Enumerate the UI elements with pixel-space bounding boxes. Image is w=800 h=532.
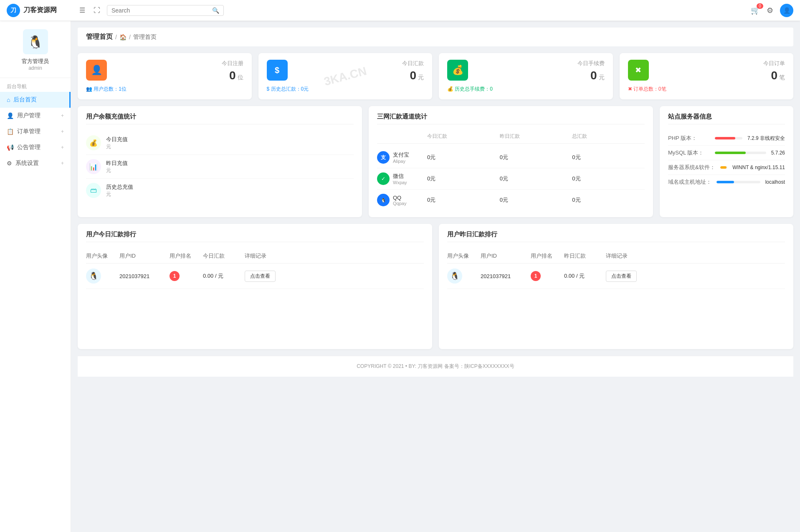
balance-total-icon: 🗃	[86, 183, 101, 198]
home-icon: ⌂	[7, 96, 10, 103]
search-icon[interactable]: 🔍	[212, 7, 219, 14]
sidebar-nav-title: 后台导航	[0, 78, 71, 92]
ranking-yesterday-card: 用户昨日汇款排行 用户头像 用户ID 用户排名 昨日汇款 详细记录 🐧 2021…	[439, 224, 793, 349]
orders-stat-icon: ✖	[628, 60, 649, 81]
server-domain-bar-wrap	[716, 181, 760, 183]
sidebar-item-home[interactable]: ⌂ 后台首页	[0, 92, 71, 108]
stat-card-orders: ✖ 今日订单 0 笔 ✖ 订单总数：0笔	[620, 53, 794, 99]
qq-yesterday: 0元	[500, 196, 572, 204]
balance-item-yesterday: 📊 昨日充值 元	[86, 155, 354, 179]
main-content: 管理首页 / 🏠 / 管理首页 👤 今日注册 0 位 👥 用户总数：1位	[71, 21, 800, 532]
orders-icon: 📋	[7, 128, 14, 135]
wechat-sub: Wxpay	[393, 180, 407, 185]
settings-icon: ⚙	[7, 160, 12, 167]
ranking-today-col-id: 用户ID	[119, 252, 170, 260]
qq-total: 0元	[572, 196, 645, 204]
balance-card: 用户余额充值统计 💰 今日充值 元 📊 昨日充值 元 🗃 历史总充值	[78, 106, 362, 217]
ranking-today-view-button[interactable]: 点击查看	[245, 271, 276, 282]
sidebar-item-orders[interactable]: 📋 订单管理 +	[0, 124, 71, 139]
remittance-unit: 元	[418, 74, 424, 81]
stats-row: 👤 今日注册 0 位 👥 用户总数：1位 3KA.CN $ 今日汇款	[78, 53, 793, 99]
breadcrumb-home[interactable]: 🏠	[119, 34, 127, 41]
balance-today-value: 元	[106, 143, 128, 150]
wechat-total: 0元	[572, 175, 645, 182]
stat-card-remittance: 3KA.CN $ 今日汇款 0 元 $ 历史总汇款：0元	[258, 53, 433, 99]
footer: COPYRIGHT © 2021 • BY: 刀客资源网 备案号：陕ICP备XX…	[78, 356, 793, 377]
server-mysql-bar	[715, 152, 746, 154]
page-title: 管理首页	[86, 33, 113, 41]
remittance-footer: $ 历史总汇款：0元	[267, 86, 309, 93]
ranking-today-col-detail: 详细记录	[245, 252, 286, 260]
fees-unit: 元	[599, 74, 605, 81]
orders-stat-footer: ✖ 订单总数：0笔	[628, 86, 666, 93]
payment-col-today: 今日汇款	[427, 133, 500, 140]
settings-expand-icon: +	[61, 160, 64, 166]
qq-icon: 🐧	[377, 194, 390, 206]
payment-card: 三网汇款通道统计 今日汇款 昨日汇款 总汇款 支 支付宝 Alipay	[369, 106, 653, 217]
server-php-bar	[715, 137, 735, 139]
ranking-yesterday-col-id: 用户ID	[481, 252, 531, 260]
ranking-yesterday-header: 用户头像 用户ID 用户排名 昨日汇款 详细记录	[447, 249, 785, 263]
server-os-label: 服务器系统&软件：	[668, 164, 715, 171]
orders-stat-label: 今日订单	[763, 60, 785, 67]
payment-col-total: 总汇款	[572, 133, 645, 140]
alipay-yesterday: 0元	[500, 154, 572, 161]
avatar-button[interactable]: 👤	[780, 4, 793, 17]
orders-stat-value: 0	[771, 69, 778, 82]
server-mysql-label: MySQL 版本：	[668, 149, 710, 157]
announcements-expand-icon: +	[61, 144, 64, 150]
balance-total-label: 历史总充值	[106, 183, 133, 191]
ranking-yesterday-title: 用户昨日汇款排行	[447, 231, 785, 242]
remittance-label: 今日汇款	[402, 60, 424, 67]
alipay-name: 支付宝	[393, 151, 409, 159]
alipay-total: 0元	[572, 154, 645, 161]
header-right: 🛒 0 ⚙ 👤	[751, 4, 793, 17]
balance-total-value: 元	[106, 191, 133, 198]
sidebar-avatar: 🐧	[23, 29, 48, 54]
sidebar-item-settings[interactable]: ⚙ 系统设置 +	[0, 155, 71, 171]
search-input[interactable]	[111, 7, 212, 14]
balance-today-label: 今日充值	[106, 136, 128, 143]
server-card-title: 站点服务器信息	[668, 113, 785, 124]
registrations-footer: 👥 用户总数：1位	[86, 86, 127, 93]
fees-value: 0	[590, 69, 597, 82]
sidebar: 🐧 官方管理员 admin 后台导航 ⌂ 后台首页 👤 用户管理 + 📋 订单管…	[0, 21, 71, 532]
server-domain-value: localhost	[765, 179, 785, 185]
fullscreen-icon[interactable]: ⛶	[92, 5, 102, 16]
logo-icon: 刀	[7, 4, 20, 17]
sidebar-item-users[interactable]: 👤 用户管理 +	[0, 108, 71, 124]
ranking-today-col-amount: 今日汇款	[203, 252, 245, 260]
ranking-yesterday-amount: 0.00 / 元	[564, 272, 606, 280]
settings-button[interactable]: ⚙	[767, 6, 773, 15]
server-php: PHP 版本： 7.2.9 非线程安全	[668, 131, 785, 146]
ranking-today-col-rank: 用户排名	[170, 252, 203, 260]
qq-name: QQ	[393, 195, 406, 201]
qq-today: 0元	[427, 196, 500, 204]
menu-toggle-icon[interactable]: ☰	[78, 5, 87, 16]
payment-row-wechat: ✓ 微信 Wxpay 0元 0元 0元	[377, 168, 645, 190]
ranking-today-col-avatar: 用户头像	[86, 252, 119, 260]
notification-badge: 0	[757, 3, 763, 9]
top-header: 刀 刀客资源网 ☰ ⛶ 🔍 🛒 0 ⚙ 👤	[0, 0, 800, 21]
registrations-icon: 👤	[86, 60, 107, 81]
server-php-bar-wrap	[715, 137, 742, 139]
notification-button[interactable]: 🛒 0	[751, 6, 760, 15]
orders-expand-icon: +	[61, 129, 64, 134]
ranking-today-userid: 2021037921	[119, 273, 170, 279]
fees-icon: 💰	[447, 60, 468, 81]
announcements-icon: 📢	[7, 144, 14, 151]
server-mysql-bar-wrap	[715, 152, 766, 154]
payment-card-title: 三网汇款通道统计	[377, 113, 645, 124]
sidebar-item-announcements[interactable]: 📢 公告管理 +	[0, 139, 71, 155]
ranking-yesterday-row: 🐧 2021037921 1 0.00 / 元 点击查看	[447, 263, 785, 289]
ranking-yesterday-view-button[interactable]: 点击查看	[606, 271, 637, 282]
payment-row-alipay: 支 支付宝 Alipay 0元 0元 0元	[377, 147, 645, 168]
middle-row: 用户余额充值统计 💰 今日充值 元 📊 昨日充值 元 🗃 历史总充值	[78, 106, 793, 217]
server-domain-bar	[716, 181, 734, 183]
balance-item-today: 💰 今日充值 元	[86, 131, 354, 155]
wechat-name: 微信	[393, 172, 407, 180]
remittance-value: 0	[410, 69, 417, 82]
payment-col-yesterday: 昨日汇款	[500, 133, 572, 140]
ranking-yesterday-col-amount: 昨日汇款	[564, 252, 606, 260]
wechat-yesterday: 0元	[500, 175, 572, 182]
